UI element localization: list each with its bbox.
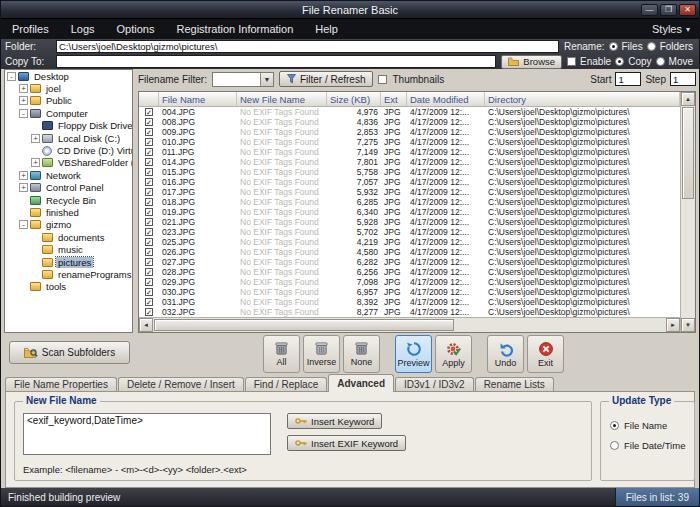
row-checkbox[interactable]: ✓ xyxy=(145,108,153,116)
table-row[interactable]: ✓016.JPGNo EXIF Tags Found7,057JPG4/17/2… xyxy=(139,177,680,187)
scroll-down-icon[interactable]: ▼ xyxy=(681,318,695,332)
vertical-scroll-thumb[interactable] xyxy=(682,107,694,199)
scan-subfolders-button[interactable]: Scan Subfolders xyxy=(9,341,130,364)
apply-button[interactable]: Apply xyxy=(435,335,472,373)
table-row[interactable]: ✓026.JPGNo EXIF Tags Found4,580JPG4/17/2… xyxy=(139,247,680,257)
copy-to-input[interactable] xyxy=(56,55,496,68)
tree-expander-icon[interactable]: + xyxy=(19,183,28,192)
row-checkbox[interactable]: ✓ xyxy=(145,208,153,216)
rename-folders-radio[interactable] xyxy=(647,42,656,51)
copy-radio[interactable] xyxy=(615,57,624,66)
row-checkbox[interactable]: ✓ xyxy=(145,278,153,286)
row-checkbox[interactable]: ✓ xyxy=(145,118,153,126)
table-row[interactable]: ✓025.JPGNo EXIF Tags Found4,219JPG4/17/2… xyxy=(139,237,680,247)
table-row[interactable]: ✓019.JPGNo EXIF Tags Found6,340JPG4/17/2… xyxy=(139,207,680,217)
table-row[interactable]: ✓028.JPGNo EXIF Tags Found6,256JPG4/17/2… xyxy=(139,267,680,277)
tree-expander-icon[interactable]: + xyxy=(19,171,28,180)
menu-item-registration-information[interactable]: Registration Information xyxy=(165,19,304,39)
table-row[interactable]: ✓014.JPGNo EXIF Tags Found7,801JPG4/17/2… xyxy=(139,157,680,167)
tab-advanced[interactable]: Advanced xyxy=(328,374,394,392)
table-row[interactable]: ✓023.JPGNo EXIF Tags Found5,702JPG4/17/2… xyxy=(139,227,680,237)
tree-expander-icon[interactable]: + xyxy=(31,134,40,143)
rename-files-radio[interactable] xyxy=(609,42,618,51)
new-file-name-textarea[interactable]: <exif_keyword,DateTime> xyxy=(23,413,271,455)
chevron-down-icon[interactable]: ▼ xyxy=(260,73,273,86)
step-input[interactable] xyxy=(670,72,696,86)
styles-menu[interactable]: Styles ▾ xyxy=(643,23,699,35)
tree-expander-icon[interactable]: - xyxy=(19,220,28,229)
table-row[interactable]: ✓009.JPGNo EXIF Tags Found2,853JPG4/17/2… xyxy=(139,127,680,137)
table-row[interactable]: ✓011.JPGNo EXIF Tags Found7,149JPG4/17/2… xyxy=(139,147,680,157)
move-radio[interactable] xyxy=(656,57,665,66)
tree-item-network[interactable]: +Network xyxy=(5,169,132,181)
row-checkbox[interactable]: ✓ xyxy=(145,168,153,176)
title-bar[interactable]: File Renamer Basic — ❐ ✕ xyxy=(1,1,699,19)
tree-item-documents[interactable]: documents xyxy=(5,231,132,243)
table-row[interactable]: ✓017.JPGNo EXIF Tags Found5,932JPG4/17/2… xyxy=(139,187,680,197)
row-checkbox[interactable]: ✓ xyxy=(145,178,153,186)
tree-item-finished[interactable]: finished xyxy=(5,206,132,218)
close-button[interactable]: ✕ xyxy=(679,4,696,16)
minimize-button[interactable]: — xyxy=(641,4,658,16)
undo-button[interactable]: Undo xyxy=(487,335,524,373)
tree-item-pictures[interactable]: pictures xyxy=(5,256,132,268)
tree-item-joel[interactable]: +joel xyxy=(5,82,132,94)
column-header-new-file-name[interactable]: New File Name xyxy=(237,92,327,106)
table-row[interactable]: ✓030.JPGNo EXIF Tags Found6,957JPG4/17/2… xyxy=(139,287,680,297)
tree-item-tools[interactable]: tools xyxy=(5,281,132,293)
tree-expander-icon[interactable]: + xyxy=(19,96,28,105)
tree-item-vbsharedfolder-vboxsvr[interactable]: +VBSharedFolder (\\vboxsvr) (... xyxy=(5,157,132,169)
browse-button[interactable]: Browse xyxy=(501,55,562,69)
row-checkbox[interactable]: ✓ xyxy=(145,238,153,246)
tab-file-name-properties[interactable]: File Name Properties xyxy=(5,377,117,392)
tree-item-control-panel[interactable]: +Control Panel xyxy=(5,182,132,194)
inverse-button[interactable]: Inverse xyxy=(303,335,340,373)
horizontal-scrollbar[interactable]: ◄ ► xyxy=(139,317,680,332)
column-header-checkbox[interactable] xyxy=(139,92,159,106)
tree-item-public[interactable]: +Public xyxy=(5,95,132,107)
tab-id3v1-id3v2[interactable]: ID3v1 / ID3v2 xyxy=(395,377,474,392)
table-row[interactable]: ✓021.JPGNo EXIF Tags Found5,928JPG4/17/2… xyxy=(139,217,680,227)
row-checkbox[interactable]: ✓ xyxy=(145,268,153,276)
insert-exif-keyword-button[interactable]: Insert EXIF Keyword xyxy=(287,435,406,451)
tree-item-recycle-bin[interactable]: Recycle Bin xyxy=(5,194,132,206)
menu-item-profiles[interactable]: Profiles xyxy=(1,19,60,39)
row-checkbox[interactable]: ✓ xyxy=(145,248,153,256)
horizontal-scroll-track[interactable] xyxy=(455,318,666,332)
row-checkbox[interactable]: ✓ xyxy=(145,258,153,266)
row-checkbox[interactable]: ✓ xyxy=(145,158,153,166)
tree-item-computer[interactable]: -Computer xyxy=(5,107,132,119)
row-checkbox[interactable]: ✓ xyxy=(145,308,153,316)
row-checkbox[interactable]: ✓ xyxy=(145,138,153,146)
thumbnails-checkbox[interactable] xyxy=(378,75,387,84)
update-file-name-radio[interactable] xyxy=(610,421,619,430)
row-checkbox[interactable]: ✓ xyxy=(145,298,153,306)
tree-item-floppy-disk-drive-a[interactable]: Floppy Disk Drive (A:) xyxy=(5,120,132,132)
vertical-scrollbar[interactable]: ▲ ▼ xyxy=(680,92,695,332)
insert-keyword-button[interactable]: Insert Keyword xyxy=(287,413,382,429)
row-checkbox[interactable]: ✓ xyxy=(145,128,153,136)
scroll-up-icon[interactable]: ▲ xyxy=(681,92,695,106)
column-header-file-name[interactable]: File Name xyxy=(159,92,237,106)
row-checkbox[interactable]: ✓ xyxy=(145,198,153,206)
tree-expander-icon[interactable]: - xyxy=(7,72,16,81)
row-checkbox[interactable]: ✓ xyxy=(145,188,153,196)
tree-item-music[interactable]: music xyxy=(5,243,132,255)
table-row[interactable]: ✓018.JPGNo EXIF Tags Found6,285JPG4/17/2… xyxy=(139,197,680,207)
table-row[interactable]: ✓032.JPGNo EXIF Tags Found8,277JPG4/17/2… xyxy=(139,307,680,317)
tree-item-cd-drive-d-virtualbox-guest[interactable]: CD Drive (D:) VirtualBox Guest xyxy=(5,144,132,156)
tab-rename-lists[interactable]: Rename Lists xyxy=(475,377,554,392)
row-checkbox[interactable]: ✓ xyxy=(145,218,153,226)
folder-path-input[interactable] xyxy=(56,40,559,53)
enable-checkbox[interactable] xyxy=(567,57,576,66)
all-button[interactable]: All xyxy=(263,335,300,373)
table-row[interactable]: ✓029.JPGNo EXIF Tags Found7,098JPG4/17/2… xyxy=(139,277,680,287)
none-button[interactable]: None xyxy=(343,335,380,373)
tree-item-gizmo[interactable]: -gizmo xyxy=(5,219,132,231)
filter-refresh-button[interactable]: Filter / Refresh xyxy=(279,71,374,87)
update-file-datetime-radio[interactable] xyxy=(610,441,619,450)
row-checkbox[interactable]: ✓ xyxy=(145,228,153,236)
table-row[interactable]: ✓015.JPGNo EXIF Tags Found5,758JPG4/17/2… xyxy=(139,167,680,177)
table-row[interactable]: ✓004.JPGNo EXIF Tags Found4,976JPG4/17/2… xyxy=(139,107,680,117)
preview-button[interactable]: Preview xyxy=(395,335,432,373)
